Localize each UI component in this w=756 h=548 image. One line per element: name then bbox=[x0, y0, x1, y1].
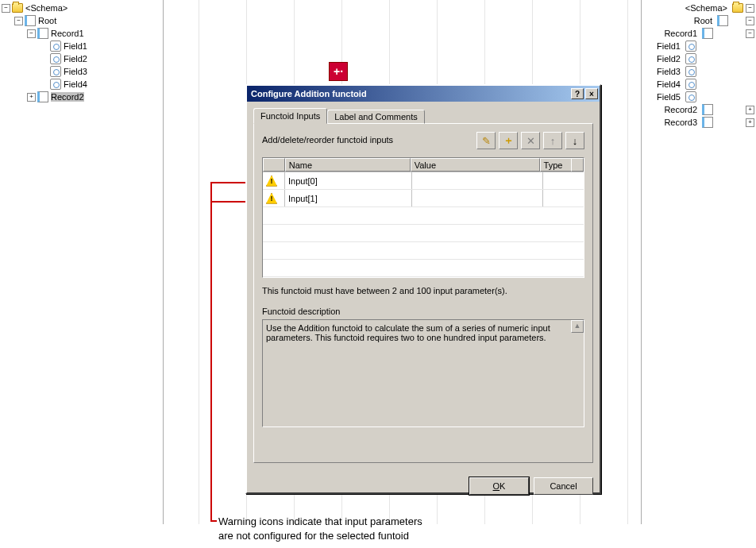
node-label: Field2 bbox=[657, 54, 681, 64]
node-label: Record2 bbox=[664, 105, 697, 114]
constraint-text: This functoid must have between 2 and 10… bbox=[262, 286, 584, 295]
tree-node-field1[interactable]: Field1 bbox=[2, 40, 160, 52]
folder-icon bbox=[732, 3, 743, 13]
record-icon bbox=[717, 15, 728, 26]
expand-icon[interactable]: − bbox=[746, 29, 754, 38]
node-label: Field3 bbox=[657, 67, 681, 76]
input-value-cell[interactable] bbox=[412, 190, 543, 206]
tree-node-field1[interactable]: Field1 bbox=[651, 40, 754, 52]
node-label: Record1 bbox=[664, 29, 697, 38]
record-icon bbox=[702, 117, 713, 128]
node-label: Field1 bbox=[657, 41, 681, 51]
callout-line bbox=[210, 182, 212, 522]
description-label: Functoid description bbox=[262, 307, 584, 316]
column-header-type[interactable]: Type bbox=[540, 158, 572, 172]
node-label: Field2 bbox=[64, 54, 87, 64]
tree-node-field4[interactable]: Field4 bbox=[2, 78, 160, 91]
help-button[interactable]: ? bbox=[571, 88, 584, 99]
input-name-cell: Input[0] bbox=[285, 172, 412, 189]
plus-icon: +· bbox=[334, 65, 343, 78]
tab-functoid-inputs[interactable]: Functoid Inputs bbox=[253, 108, 327, 124]
tree-node-record3[interactable]: + Record3 bbox=[651, 116, 754, 129]
warning-icon: ! bbox=[266, 193, 277, 204]
record-icon bbox=[702, 104, 713, 115]
input-type-cell bbox=[543, 172, 575, 189]
tree-node-record2[interactable]: + Record2 bbox=[651, 103, 754, 116]
dialog-title: Configure Addition functoid bbox=[251, 89, 569, 98]
tree-node-field4[interactable]: Field4 bbox=[651, 78, 754, 91]
destination-schema-tree[interactable]: − <Schema> − Root − Record1 Field1 Field… bbox=[651, 2, 754, 129]
callout-line bbox=[210, 520, 217, 522]
scroll-up-icon[interactable]: ▲ bbox=[571, 320, 584, 333]
node-label: Record1 bbox=[51, 29, 84, 38]
close-button[interactable]: × bbox=[585, 88, 598, 99]
node-label: Record2 bbox=[51, 92, 84, 102]
expand-icon[interactable]: − bbox=[27, 29, 36, 38]
field-icon bbox=[50, 53, 61, 64]
expand-icon[interactable]: + bbox=[746, 106, 754, 114]
field-icon bbox=[685, 91, 696, 102]
input-type-cell bbox=[543, 190, 575, 206]
column-header-name[interactable]: Name bbox=[285, 158, 411, 172]
input-row[interactable]: ! Input[0] bbox=[263, 172, 584, 190]
field-icon bbox=[50, 41, 61, 52]
inputs-grid[interactable]: Name Value Type ! Input[0] ! Input[1] bbox=[262, 157, 584, 278]
tab-label-comments[interactable]: Label and Comments bbox=[327, 110, 425, 124]
tree-node-root[interactable]: − Root bbox=[2, 14, 160, 27]
column-header-value[interactable]: Value bbox=[411, 158, 540, 172]
input-value-cell[interactable] bbox=[412, 172, 543, 189]
tree-node-schema[interactable]: − <Schema> bbox=[651, 2, 754, 14]
empty-row bbox=[263, 260, 584, 277]
field-icon bbox=[50, 79, 61, 90]
expand-icon[interactable]: − bbox=[746, 4, 754, 13]
description-text: Use the Addition functoid to calculate t… bbox=[266, 323, 564, 342]
tree-node-record2[interactable]: + Record2 bbox=[2, 91, 160, 103]
record-icon bbox=[702, 28, 713, 39]
tree-node-record1[interactable]: − Record1 bbox=[651, 27, 754, 40]
expand-icon[interactable]: + bbox=[746, 118, 754, 127]
description-box: Use the Addition functoid to calculate t… bbox=[262, 319, 584, 427]
scrollbar[interactable]: ▲ bbox=[571, 320, 584, 426]
node-label: Field5 bbox=[657, 92, 681, 102]
tree-node-field2[interactable]: Field2 bbox=[651, 52, 754, 65]
expand-icon[interactable]: + bbox=[27, 93, 36, 102]
ok-button[interactable]: OK bbox=[469, 477, 529, 495]
node-label: Field3 bbox=[64, 67, 87, 76]
edit-input-button[interactable]: ✎ bbox=[476, 132, 496, 149]
warning-icon: ! bbox=[266, 176, 277, 187]
move-up-button[interactable]: ↑ bbox=[543, 132, 562, 149]
node-label: Field4 bbox=[657, 79, 681, 89]
record-icon bbox=[37, 28, 48, 39]
tree-node-field3[interactable]: Field3 bbox=[2, 65, 160, 78]
tree-node-field3[interactable]: Field3 bbox=[651, 65, 754, 78]
addition-functoid[interactable]: +· bbox=[329, 62, 348, 81]
field-icon bbox=[50, 66, 61, 77]
node-label: Root bbox=[38, 16, 56, 25]
move-down-button[interactable]: ↓ bbox=[565, 132, 584, 149]
input-name-cell: Input[1] bbox=[285, 190, 412, 206]
titlebar[interactable]: Configure Addition functoid ? × bbox=[247, 86, 600, 102]
tree-node-field2[interactable]: Field2 bbox=[2, 52, 160, 65]
node-label: Field4 bbox=[64, 79, 87, 89]
tree-node-root[interactable]: − Root bbox=[651, 14, 754, 27]
node-label: Field1 bbox=[64, 41, 87, 51]
node-label: <Schema> bbox=[685, 3, 727, 13]
tree-node-schema[interactable]: − <Schema> bbox=[2, 2, 160, 14]
delete-input-button[interactable]: ✕ bbox=[521, 132, 540, 149]
record-icon bbox=[25, 15, 36, 26]
empty-row bbox=[263, 242, 584, 260]
input-row[interactable]: ! Input[1] bbox=[263, 190, 584, 207]
tree-node-field5[interactable]: Field5 bbox=[651, 91, 754, 103]
record-icon bbox=[37, 91, 48, 102]
source-schema-tree[interactable]: − <Schema> − Root − Record1 Field1 Field… bbox=[2, 2, 160, 103]
expand-icon[interactable]: − bbox=[2, 4, 10, 13]
empty-row bbox=[263, 207, 584, 225]
add-input-button[interactable]: ＋ bbox=[499, 132, 518, 149]
expand-icon[interactable]: − bbox=[746, 17, 754, 25]
folder-icon bbox=[12, 3, 23, 13]
expand-icon[interactable]: − bbox=[14, 17, 23, 25]
node-label: Root bbox=[694, 16, 712, 25]
tree-node-record1[interactable]: − Record1 bbox=[2, 27, 160, 40]
cancel-button[interactable]: Cancel bbox=[534, 477, 593, 495]
node-label: <Schema> bbox=[25, 3, 68, 13]
